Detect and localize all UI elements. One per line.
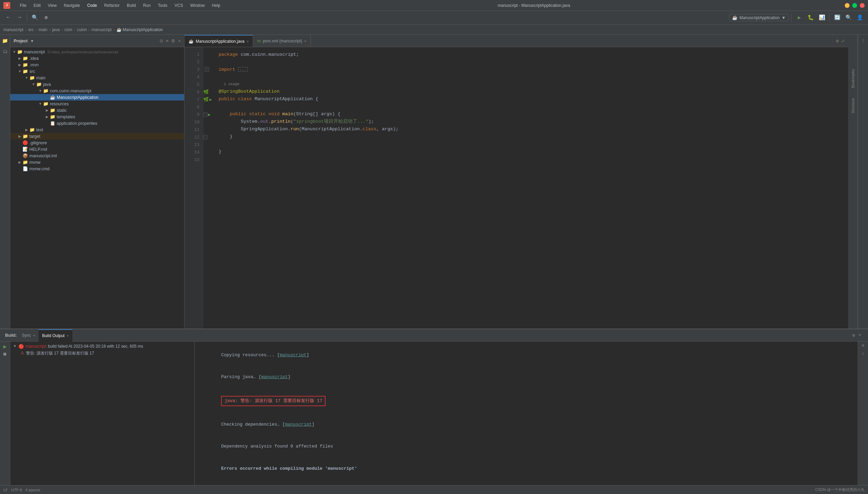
line-num-15: 15 bbox=[184, 156, 203, 163]
tab-manuscript-application[interactable]: ☕ ManuscriptApplication.java × bbox=[184, 35, 253, 47]
build-link-1[interactable]: manuscript bbox=[280, 352, 306, 358]
build-link-2[interactable]: manuscript bbox=[261, 374, 288, 379]
run-icon-9[interactable]: ▶ bbox=[208, 112, 210, 117]
code-content[interactable]: package com.cuinn.manuscript; import ...… bbox=[213, 47, 848, 329]
bottom-tab-build-close[interactable]: × bbox=[67, 334, 69, 338]
bottom-tab-sync[interactable]: Sync × bbox=[18, 329, 39, 342]
toolbar-settings-button[interactable]: ⚙ bbox=[41, 13, 51, 23]
toolbar-forward-button[interactable]: → bbox=[15, 13, 24, 23]
tree-item-package[interactable]: ▼ 📁 com.cuinn.manuscript bbox=[10, 88, 184, 94]
activity-structure-icon[interactable]: 🗂 bbox=[1, 48, 9, 56]
tree-item-manuscript[interactable]: ▼ 📁 manuscript D:\idea_workspace\manuscr… bbox=[10, 49, 184, 55]
java-main-icon: ☕ bbox=[50, 95, 55, 100]
folder-icon-templates: 📁 bbox=[50, 114, 55, 119]
fold-icon-3[interactable]: □ bbox=[205, 67, 209, 72]
folder-icon-resources: 📁 bbox=[43, 101, 49, 106]
build-strip-icon-2[interactable]: ↕ bbox=[862, 351, 865, 356]
bottom-run-icon[interactable]: ▶ bbox=[3, 343, 7, 350]
tree-item-app-props[interactable]: ▶ 📋 application.properties bbox=[10, 120, 184, 126]
toolbar-search-button[interactable]: 🔍 bbox=[30, 13, 40, 23]
tree-item-help-md[interactable]: ▶ 📝 HELP.md bbox=[10, 146, 184, 152]
menu-tools[interactable]: Tools bbox=[155, 2, 170, 9]
panel-dropdown[interactable]: ▾ bbox=[31, 39, 33, 43]
minimize-button[interactable] bbox=[845, 3, 850, 8]
tree-item-templates[interactable]: ▶ 📁 templates bbox=[10, 114, 184, 120]
tree-item-src[interactable]: ▼ 📁 src bbox=[10, 68, 184, 75]
tree-item-idea[interactable]: ▶ 📁 .idea bbox=[10, 55, 184, 62]
bottom-tab-build-output[interactable]: Build Output × bbox=[39, 329, 72, 342]
tree-item-mvnw[interactable]: ▶ 📁 mvnw bbox=[10, 159, 184, 165]
build-strip-icon-1[interactable]: ≡ bbox=[862, 343, 865, 348]
breadcrumb-cuinn[interactable]: cuinn bbox=[77, 27, 87, 32]
toolbar-search2-button[interactable]: 🔍 bbox=[844, 13, 853, 23]
run-config-dropdown[interactable]: ▼ bbox=[782, 15, 786, 20]
breadcrumb-class[interactable]: ☕ ManuscriptApplication bbox=[116, 27, 163, 32]
debug-button[interactable]: 🐛 bbox=[806, 13, 815, 23]
tree-item-main[interactable]: ▼ 📁 main bbox=[10, 75, 184, 81]
menu-view[interactable]: View bbox=[45, 2, 59, 9]
tree-item-mvnw-cmd[interactable]: ▶ 📄 mvnw.cmd bbox=[10, 165, 184, 172]
panel-icon-collapse[interactable]: ≡ bbox=[166, 38, 169, 43]
menu-navigate[interactable]: Navigate bbox=[61, 2, 83, 9]
tree-item-test[interactable]: ▶ 📁 test bbox=[10, 126, 184, 133]
menu-edit[interactable]: Edit bbox=[31, 2, 43, 9]
activity-project-icon[interactable]: 📁 bbox=[1, 37, 9, 45]
panel-icon-close[interactable]: × bbox=[178, 38, 181, 43]
toolbar-back-button[interactable]: ← bbox=[3, 13, 13, 23]
run-button[interactable]: ▶ bbox=[795, 13, 804, 23]
panel-icon-settings[interactable]: ⚙ bbox=[171, 38, 175, 43]
tree-item-iml[interactable]: ▶ 📦 manuscript.iml bbox=[10, 152, 184, 159]
tab-close-manuscript[interactable]: × bbox=[247, 39, 249, 43]
run-configuration[interactable]: ☕ ManuscriptApplication ▼ bbox=[729, 14, 789, 21]
close-button[interactable] bbox=[860, 3, 865, 8]
tree-item-target[interactable]: ▶ 📁 target bbox=[10, 133, 184, 139]
tree-item-mvn[interactable]: ▶ 📁 .mvn bbox=[10, 62, 184, 68]
menu-file[interactable]: File bbox=[17, 2, 29, 9]
menu-build[interactable]: Build bbox=[124, 2, 139, 9]
menu-help[interactable]: Help bbox=[209, 2, 223, 9]
folder-icon-package: 📁 bbox=[43, 88, 49, 93]
code-editor[interactable]: 1 2 3 4 5 6 7 8 9 10 11 12 13 14 15 bbox=[184, 47, 848, 329]
right-icon-1[interactable]: ⋮ bbox=[859, 37, 867, 45]
tree-item-gitignore[interactable]: ▶ 🔴 .gitignore bbox=[10, 139, 184, 146]
tree-arrow-java-dir: ▼ bbox=[31, 82, 36, 86]
bookmark-label-bookmarks[interactable]: Bookmarks bbox=[851, 69, 855, 88]
menu-run[interactable]: Run bbox=[140, 2, 153, 9]
menu-vcs[interactable]: VCS bbox=[172, 2, 186, 9]
toolbar-user-button[interactable]: 👤 bbox=[855, 13, 865, 23]
tab-pom[interactable]: m pom.xml (manuscript) × bbox=[253, 35, 311, 47]
run-icon-7[interactable]: ▶ bbox=[209, 97, 212, 102]
menu-window[interactable]: Window bbox=[188, 2, 208, 9]
maximize-button[interactable] bbox=[852, 3, 857, 8]
fold-import[interactable]: ... bbox=[238, 67, 248, 72]
bottom-panel-settings-icon[interactable]: ⚙ bbox=[852, 333, 855, 338]
menu-code[interactable]: Code bbox=[84, 2, 100, 9]
panel-icon-locate[interactable]: ⊙ bbox=[160, 38, 163, 43]
tree-item-main-class[interactable]: ▶ ☕ ManuscriptApplication bbox=[10, 94, 184, 101]
profile-button[interactable]: 📊 bbox=[817, 13, 827, 23]
bottom-tab-sync-close[interactable]: × bbox=[33, 333, 35, 337]
tree-item-resources[interactable]: ▼ 📁 resources bbox=[10, 101, 184, 107]
tree-arrow-target: ▶ bbox=[17, 134, 23, 138]
bottom-stop-icon[interactable]: ⏹ bbox=[3, 352, 7, 357]
menu-refactor[interactable]: Refactor bbox=[101, 2, 122, 9]
breadcrumb-main[interactable]: main bbox=[39, 27, 47, 32]
build-item-warning[interactable]: ⚠ 警告: 源发行版 17 需要目标发行版 17 bbox=[10, 350, 194, 357]
tree-item-static[interactable]: ▶ 📁 static bbox=[10, 107, 184, 114]
build-item-expand[interactable]: ▼ bbox=[13, 344, 17, 348]
gutter-13 bbox=[203, 141, 213, 148]
build-link-3[interactable]: manuscript bbox=[285, 422, 312, 427]
bottom-panel-close-icon[interactable]: × bbox=[858, 333, 861, 338]
breadcrumb-com[interactable]: com bbox=[65, 27, 72, 32]
editor-settings-icon[interactable]: ⚙ bbox=[836, 38, 839, 44]
build-item-error[interactable]: ▼ 🔴 manuscript: build failed At 2023-04-… bbox=[10, 343, 194, 350]
breadcrumb-manuscript2[interactable]: manuscript bbox=[92, 27, 112, 32]
bookmark-label-structure[interactable]: Structure bbox=[851, 98, 855, 114]
breadcrumb-manuscript[interactable]: manuscript bbox=[3, 27, 24, 32]
tab-close-pom[interactable]: × bbox=[304, 39, 306, 43]
toolbar-update-button[interactable]: 🔄 bbox=[832, 13, 842, 23]
breadcrumb-java[interactable]: java bbox=[52, 27, 60, 32]
status-spaces: 4 spaces bbox=[25, 488, 40, 492]
tree-item-java-dir[interactable]: ▼ 📁 java bbox=[10, 81, 184, 88]
breadcrumb-src[interactable]: src bbox=[28, 27, 34, 32]
